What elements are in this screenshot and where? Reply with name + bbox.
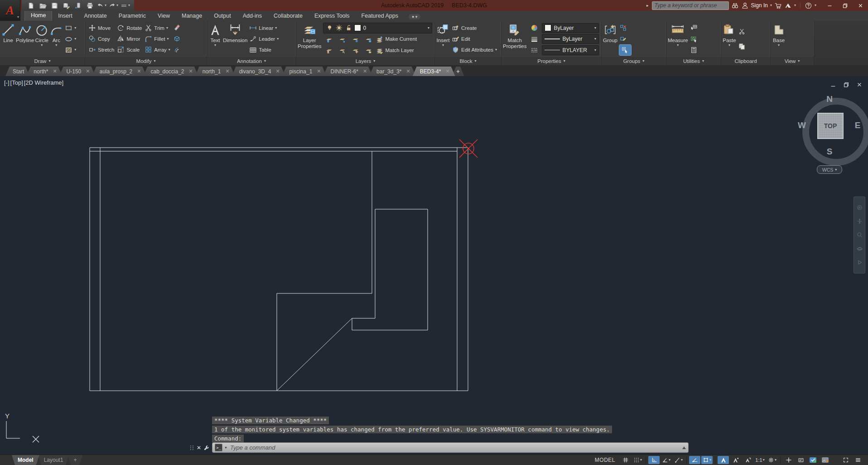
- layer-freeze-button[interactable]: [349, 34, 361, 44]
- command-close-icon[interactable]: ✕: [197, 445, 201, 451]
- undo-button[interactable]: ▾: [96, 0, 107, 10]
- clean-screen-toggle[interactable]: [840, 456, 851, 464]
- polar-tracking-toggle[interactable]: ▾: [661, 456, 672, 464]
- viewcube-west[interactable]: W: [798, 120, 806, 130]
- sign-in-button[interactable]: Sign In: [751, 2, 768, 9]
- workspace-switching-toggle[interactable]: ▾: [767, 456, 778, 464]
- move-button[interactable]: Move: [88, 23, 114, 33]
- ribbon-display-toggle[interactable]: ● ▾: [409, 14, 420, 19]
- fillet-button[interactable]: Fillet▾: [145, 34, 170, 44]
- user-icon[interactable]: [741, 2, 749, 10]
- help-chevron-icon[interactable]: ▾: [815, 4, 816, 7]
- zoom-icon[interactable]: [857, 232, 863, 238]
- cut-button[interactable]: [738, 26, 746, 37]
- viewcube[interactable]: N S W E TOP: [796, 91, 863, 158]
- group-select-button[interactable]: [619, 45, 631, 55]
- close-icon[interactable]: ✕: [189, 68, 193, 74]
- file-tab-north-1[interactable]: north_1✕: [195, 67, 235, 76]
- file-tab-start[interactable]: Start: [5, 67, 29, 76]
- annotation-visibility-toggle[interactable]: [718, 456, 729, 464]
- ribbon-tab-annotate[interactable]: Annotate: [78, 11, 113, 21]
- command-grip-handle[interactable]: [190, 446, 194, 450]
- close-icon[interactable]: ✕: [406, 68, 410, 74]
- ortho-mode-toggle[interactable]: [648, 456, 660, 464]
- group-button[interactable]: Group: [603, 22, 617, 56]
- viewcube-east[interactable]: E: [855, 120, 861, 130]
- layer-on-button[interactable]: [323, 45, 335, 55]
- ribbon-tab-manage[interactable]: Manage: [176, 11, 208, 21]
- linetype-dropdown[interactable]: BYLAYER▾: [542, 45, 599, 55]
- orbit-icon[interactable]: [857, 246, 863, 252]
- pan-icon[interactable]: [857, 218, 863, 224]
- close-icon[interactable]: ✕: [86, 68, 90, 74]
- trim-button[interactable]: Trim▾: [145, 23, 170, 33]
- file-tab-aula-prosp-2[interactable]: aula_prosp_2✕: [92, 67, 147, 76]
- calculator-button[interactable]: [690, 45, 698, 55]
- grid-display-toggle[interactable]: [620, 456, 631, 464]
- hatch-button[interactable]: ▾: [65, 45, 76, 55]
- viewcube-south[interactable]: S: [827, 147, 833, 157]
- model-tab[interactable]: Model: [12, 455, 39, 465]
- ribbon-tab-featured-apps[interactable]: Featured Apps: [356, 11, 404, 21]
- command-prompt-icon[interactable]: >_: [215, 444, 222, 451]
- ribbon-tab-collaborate[interactable]: Collaborate: [268, 11, 309, 21]
- panel-layers-footer[interactable]: Layers▾: [296, 56, 434, 65]
- dimension-button[interactable]: Dimension: [223, 22, 247, 56]
- isometric-drafting-toggle[interactable]: ▾: [673, 456, 684, 464]
- layer-dropdown[interactable]: 0▾: [323, 23, 432, 34]
- object-snap-tracking-toggle[interactable]: [689, 456, 700, 464]
- viewport-view-control[interactable]: [Top]: [10, 79, 24, 86]
- customize-menu-toggle[interactable]: [852, 456, 863, 464]
- command-input-bar[interactable]: >_ ▼: [212, 442, 689, 453]
- table-button[interactable]: Table: [249, 45, 279, 55]
- app-menu-button[interactable]: A ▾: [0, 0, 20, 21]
- open-folder-button[interactable]: [37, 0, 48, 10]
- linetype-button[interactable]: [528, 45, 540, 55]
- help-icon[interactable]: [805, 2, 812, 10]
- edit-attributes-button[interactable]: Edit Attributes▾: [452, 45, 497, 55]
- file-tab-u-150[interactable]: U-150✕: [59, 67, 96, 76]
- close-icon[interactable]: ✕: [225, 68, 229, 74]
- apps-chevron-icon[interactable]: ▾: [794, 4, 796, 7]
- restore-button[interactable]: [837, 0, 853, 10]
- close-icon[interactable]: ✕: [275, 68, 280, 74]
- steering-wheel-icon[interactable]: [857, 205, 863, 211]
- close-button[interactable]: [853, 0, 868, 10]
- line-button[interactable]: Line: [1, 22, 15, 56]
- annotation-scale-icon-toggle[interactable]: [742, 456, 753, 464]
- panel-block-footer[interactable]: Block▾: [435, 56, 501, 65]
- color-wheel-button[interactable]: [528, 23, 540, 33]
- annotation-monitor-toggle[interactable]: [783, 456, 794, 464]
- ribbon-tab-add-ins[interactable]: Add-ins: [237, 11, 268, 21]
- panel-properties-footer[interactable]: Properties▾: [502, 56, 601, 65]
- layer-unisolate-button[interactable]: [336, 45, 348, 55]
- match-layer-button[interactable]: Match Layer: [376, 45, 414, 55]
- close-icon[interactable]: ✕: [317, 68, 321, 74]
- lineweight-dropdown[interactable]: ByLayer▾: [542, 34, 599, 44]
- minimize-button[interactable]: [822, 0, 837, 10]
- show-motion-icon[interactable]: [857, 259, 863, 265]
- copy-button[interactable]: Copy: [88, 34, 114, 44]
- layer-isolate-button[interactable]: [336, 34, 348, 44]
- ungroup-button[interactable]: [619, 23, 631, 33]
- rotate-button[interactable]: Rotate: [117, 23, 142, 33]
- viewport-menu[interactable]: [-]: [4, 79, 10, 86]
- copy-clip-button[interactable]: [738, 41, 746, 52]
- viewcube-north[interactable]: N: [826, 94, 833, 104]
- annotation-scale-toggle[interactable]: 1:1▾: [754, 456, 766, 464]
- quick-select-button[interactable]: [690, 23, 698, 33]
- leader-button[interactable]: Leader▾: [249, 34, 279, 44]
- layer-properties-button[interactable]: Layer Properties: [298, 22, 321, 56]
- circle-button[interactable]: Circle▾: [35, 22, 48, 56]
- polyline-button[interactable]: Polyline: [16, 22, 34, 56]
- wcs-selector[interactable]: WCS ▾: [817, 165, 842, 174]
- search-icon[interactable]: [731, 2, 739, 10]
- save-button[interactable]: [49, 0, 60, 10]
- close-icon[interactable]: ✕: [445, 68, 449, 74]
- new-layout-button[interactable]: +: [68, 455, 82, 465]
- mobile-share-button[interactable]: [72, 0, 83, 10]
- panel-view-footer[interactable]: View▾: [771, 56, 814, 65]
- sign-in-chevron-icon[interactable]: ▾: [770, 4, 772, 7]
- help-search-input[interactable]: [652, 2, 728, 10]
- ribbon-tab-view[interactable]: View: [152, 11, 176, 21]
